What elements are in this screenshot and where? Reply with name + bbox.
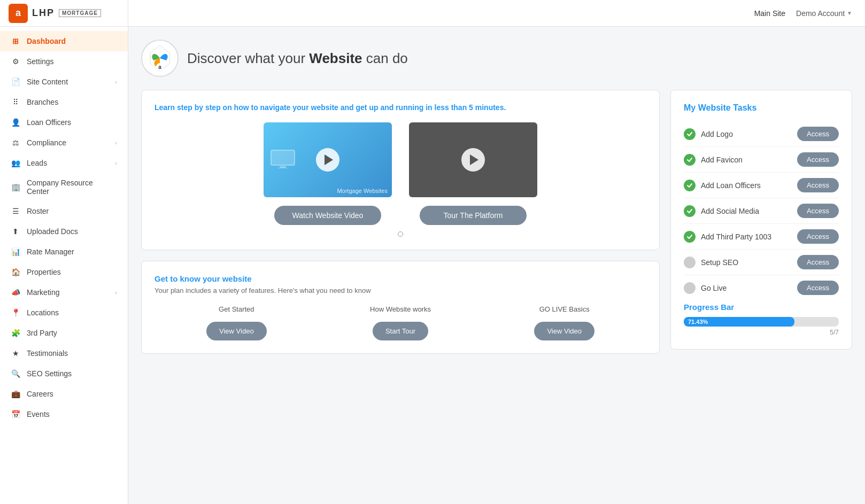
play-btn-2[interactable]	[461, 148, 485, 172]
sidebar-item-site-content[interactable]: 📄 Site Content ›	[0, 72, 128, 92]
main-site-link[interactable]: Main Site	[754, 9, 785, 18]
col-label-1: How Website works	[370, 305, 431, 313]
sidebar-item-label: Properties	[27, 268, 61, 276]
carousel-dot[interactable]	[398, 231, 403, 237]
access-button-3[interactable]: Access	[797, 204, 839, 218]
access-button-4[interactable]: Access	[797, 229, 839, 244]
sidebar-item-events[interactable]: 📅 Events	[0, 404, 128, 424]
col-btn-1[interactable]: Start Tour	[373, 322, 428, 340]
person-icon: 👤	[11, 118, 20, 127]
sidebar-item-label: Marketing	[27, 288, 59, 297]
upload-icon: ⬆	[11, 227, 20, 236]
sidebar-item-rate-manager[interactable]: 📊 Rate Manager	[0, 242, 128, 262]
sidebar-item-compliance[interactable]: ⚖ Compliance ›	[0, 133, 128, 153]
tasks-title: My Website Tasks	[684, 103, 839, 113]
sidebar-item-label: Site Content	[27, 77, 68, 86]
video-thumb-1[interactable]: Mortgage Websites	[264, 122, 392, 197]
play-triangle-1	[325, 154, 333, 165]
progress-count: 5/7	[684, 329, 839, 336]
carousel-dots	[155, 231, 646, 237]
know-col-0: Get Started View Video	[155, 305, 319, 340]
search-icon: 🔍	[11, 369, 20, 378]
watch-video-button[interactable]: Watch Website Video	[274, 206, 381, 225]
col-btn-2[interactable]: View Video	[534, 322, 594, 340]
demo-account-dropdown[interactable]: Demo Account ▼	[796, 9, 852, 18]
sidebar-item-label: SEO Settings	[27, 369, 72, 378]
page-header: a Discover what your Website can do	[141, 40, 852, 77]
hierarchy-icon: ⠿	[11, 97, 20, 107]
sidebar-item-uploaded-docs[interactable]: ⬆ Uploaded Docs	[0, 221, 128, 242]
task-row-3: Add Social Media Access	[684, 198, 839, 224]
sidebar-item-branches[interactable]: ⠿ Branches	[0, 92, 128, 112]
know-cols: Get Started View Video How Website works…	[155, 305, 646, 340]
svg-rect-3	[271, 150, 295, 165]
sidebar-item-label: Branches	[27, 98, 58, 106]
access-button-1[interactable]: Access	[797, 152, 839, 167]
access-button-2[interactable]: Access	[797, 178, 839, 192]
sidebar-item-seo-settings[interactable]: 🔍 SEO Settings	[0, 363, 128, 384]
chart-icon: 📊	[11, 247, 20, 257]
sidebar-item-dashboard[interactable]: ⊞ Dashboard	[0, 31, 128, 51]
sidebar-item-label: Leads	[27, 159, 47, 167]
pin-icon: 📍	[11, 308, 20, 317]
logo-area: a LHP MORTGAGE	[0, 0, 128, 26]
task-check-done-2	[684, 180, 696, 191]
sidebar-item-label: Dashboard	[27, 37, 66, 45]
sidebar-item-company-resource[interactable]: 🏢 Company Resource Center	[0, 173, 128, 201]
sidebar-item-roster[interactable]: ☰ Roster	[0, 201, 128, 221]
sidebar-item-label: Roster	[27, 207, 49, 215]
tasks-card: My Website Tasks Add Logo Access Add Fav…	[670, 90, 852, 350]
know-col-2: GO LIVE Basics View Video	[482, 305, 646, 340]
chevron-right-icon: ›	[115, 289, 117, 296]
col-btn-0[interactable]: View Video	[206, 322, 267, 340]
sidebar-item-leads[interactable]: 👥 Leads ›	[0, 153, 128, 173]
video-thumb-2[interactable]	[409, 122, 537, 197]
sidebar-item-testimonials[interactable]: ★ Testimonials	[0, 343, 128, 363]
layout: ⊞ Dashboard ⚙ Settings 📄 Site Content › …	[0, 27, 865, 504]
sidebar-item-marketing[interactable]: 📣 Marketing ›	[0, 282, 128, 303]
access-button-5[interactable]: Access	[797, 255, 839, 269]
task-label-3: Add Social Media	[701, 207, 792, 215]
tour-platform-button[interactable]: Tour The Platform	[420, 206, 527, 225]
videos-row: Mortgage Websites Watch Website Video	[155, 122, 646, 225]
task-row-5: Setup SEO Access	[684, 250, 839, 275]
know-card: Get to know your website Your plan inclu…	[141, 261, 660, 354]
play-btn-1[interactable]	[316, 148, 339, 172]
sidebar-item-label: Rate Manager	[27, 247, 74, 256]
chevron-right-icon: ›	[115, 160, 117, 166]
scale-icon: ⚖	[11, 138, 20, 148]
sidebar-item-label: Events	[27, 410, 50, 418]
logo: a LHP MORTGAGE	[9, 4, 101, 23]
briefcase-icon: 💼	[11, 389, 20, 399]
sidebar-item-3rd-party[interactable]: 🧩 3rd Party	[0, 323, 128, 343]
progress-section: Progress Bar 71.43% 5/7	[684, 303, 839, 336]
know-desc: Your plan includes a variety of features…	[155, 286, 646, 294]
col-label-2: GO LIVE Basics	[539, 305, 590, 313]
topbar-right: Main Site Demo Account ▼	[754, 9, 852, 18]
content-grid: Learn step by step on how to navigate yo…	[141, 90, 852, 365]
sidebar-item-label: Settings	[27, 57, 54, 66]
task-row-2: Add Loan Officers Access	[684, 173, 839, 198]
sidebar-item-loan-officers[interactable]: 👤 Loan Officers	[0, 112, 128, 133]
access-button-0[interactable]: Access	[797, 127, 839, 141]
sidebar-item-careers[interactable]: 💼 Careers	[0, 384, 128, 404]
task-label-6: Go Live	[701, 284, 792, 292]
sidebar-item-settings[interactable]: ⚙ Settings	[0, 51, 128, 72]
sidebar-item-locations[interactable]: 📍 Locations	[0, 303, 128, 323]
task-check-empty-6	[684, 282, 696, 294]
gear-icon: ⚙	[11, 57, 20, 66]
progress-bar-inner: 71.43%	[684, 317, 794, 327]
access-button-6[interactable]: Access	[797, 281, 839, 295]
col-label-0: Get Started	[219, 305, 254, 313]
intro-card: Learn step by step on how to navigate yo…	[141, 90, 660, 250]
task-label-4: Add Third Party 1003	[701, 232, 792, 241]
content-sidebar: My Website Tasks Add Logo Access Add Fav…	[670, 90, 852, 365]
task-check-done-0	[684, 128, 696, 140]
task-check-done-1	[684, 154, 696, 166]
video-2-col: Tour The Platform	[409, 122, 537, 225]
logo-text: LHP	[32, 7, 55, 19]
svg-text:a: a	[158, 64, 161, 70]
page-title: Discover what your Website can do	[187, 50, 408, 67]
screen-icon	[270, 149, 296, 170]
sidebar-item-properties[interactable]: 🏠 Properties	[0, 262, 128, 282]
